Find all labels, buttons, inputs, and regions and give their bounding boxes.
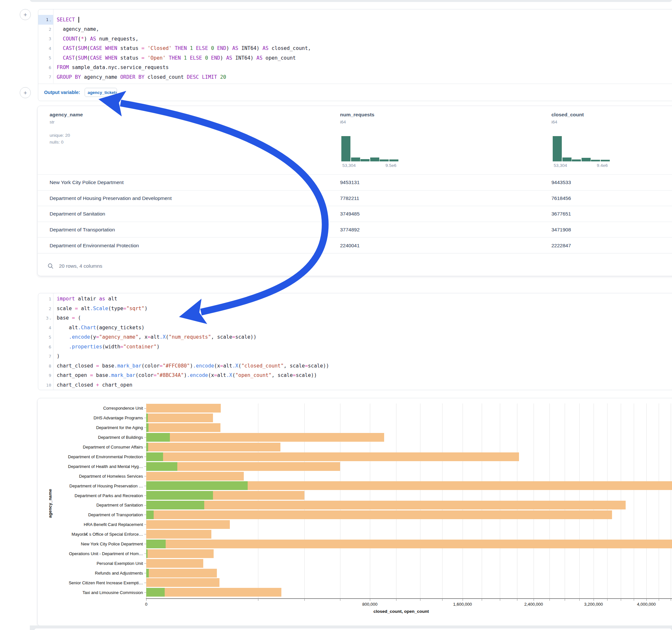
y-axis-label: Department for the Aging xyxy=(38,423,143,433)
code-line[interactable]: 7GROUP BY agency_name ORDER BY closed_co… xyxy=(38,72,672,82)
histogram-bar xyxy=(341,136,351,162)
add-block-button-top[interactable]: + xyxy=(20,9,31,20)
output-variable-pill[interactable]: agency_tickets xyxy=(85,88,117,97)
code-line[interactable]: 1import altair as alt xyxy=(38,294,672,304)
add-block-button-below-sql[interactable]: + xyxy=(20,87,31,98)
x-axis-minor-tick xyxy=(442,599,442,601)
y-axis-label: HRA Benefit Card Replacement xyxy=(38,520,143,530)
histogram-bar xyxy=(380,160,389,162)
search-icon[interactable] xyxy=(47,263,54,269)
table-row[interactable]: New York City Police Department945313194… xyxy=(38,174,672,191)
code-line[interactable]: 9chart_open = base.mark_bar(color="#8BC3… xyxy=(38,371,672,381)
table-row[interactable]: Department of Sanitation37494853677651 xyxy=(38,206,672,222)
code-line-text: .encode(y="agency_name", x=alt.X("num_re… xyxy=(53,333,257,342)
sql-cell[interactable]: 1⌄SELECT 2 agency_name,3 COUNT(*) AS num… xyxy=(38,9,672,101)
y-axis-label: Department of Homeless Services xyxy=(38,471,143,481)
code-line[interactable]: 5 .encode(y="agency_name", x=alt.X("num_… xyxy=(38,333,672,342)
line-number: 5 xyxy=(38,333,53,342)
code-line-text: CAST(SUM(CASE WHEN status = 'Closed' THE… xyxy=(53,45,311,51)
code-line[interactable]: 6FROM sample_data.nyc.service_requests xyxy=(38,63,672,73)
y-axis-label: Department of Transportation xyxy=(38,510,143,520)
chart-card: Correspondence UnitDHS Advantage Program… xyxy=(37,398,672,626)
code-line[interactable]: 4 CAST(SUM(CASE WHEN status = 'Closed' T… xyxy=(38,44,672,53)
sql-code-editor[interactable]: 1⌄SELECT 2 agency_name,3 COUNT(*) AS num… xyxy=(38,9,672,82)
histogram-bar xyxy=(572,160,581,162)
table-row[interactable]: Department of Transportation377489234719… xyxy=(38,222,672,238)
table-footer: 20 rows, 4 columns xyxy=(47,260,102,272)
x-axis-minor-tick xyxy=(646,599,647,601)
code-line[interactable]: 3⌄base = ( xyxy=(38,313,672,323)
x-axis-minor-tick xyxy=(420,599,421,601)
table-row[interactable]: Department of Housing Preservation and D… xyxy=(38,190,672,207)
chart-bar-open xyxy=(146,462,177,471)
code-line[interactable]: 2scale = alt.Scale(type="sqrt") xyxy=(38,304,672,314)
column-histogram[interactable] xyxy=(553,136,610,162)
gutter-separator xyxy=(53,9,53,83)
y-axis-tick xyxy=(144,505,146,506)
column-histogram[interactable] xyxy=(341,136,399,162)
code-line-text: import altair as alt xyxy=(53,294,117,304)
line-number: 1 xyxy=(38,294,53,304)
line-number: 4 xyxy=(38,323,53,333)
previous-cell-edge xyxy=(30,0,672,2)
y-axis-label: Department of Housing Preservation … xyxy=(38,481,143,491)
chart-bar-closed xyxy=(146,578,219,587)
chart-bar-open xyxy=(146,413,148,422)
x-axis-minor-tick xyxy=(565,599,565,601)
chart-bar-open xyxy=(146,443,148,452)
x-axis-tick-label: 1,600,000 xyxy=(453,602,472,607)
x-axis-minor-tick xyxy=(607,599,607,601)
fold-caret-icon[interactable]: ⌄ xyxy=(50,314,51,323)
x-axis-minor-tick xyxy=(370,599,370,601)
chart-gridline xyxy=(646,404,647,598)
x-axis-tick-label: 0 xyxy=(145,602,147,607)
x-axis-minor-tick xyxy=(304,599,305,601)
code-line[interactable]: 5 CAST(SUM(CASE WHEN status = 'Open' THE… xyxy=(38,53,672,63)
table-row[interactable]: Department of Environmental Protection22… xyxy=(38,237,672,253)
code-line[interactable]: 1⌄SELECT xyxy=(38,15,672,25)
x-axis-minor-tick xyxy=(340,599,340,601)
code-line[interactable]: 10chart_closed + chart_open xyxy=(38,381,672,390)
y-axis-label: Department of Sanitation xyxy=(38,500,143,510)
y-axis-label: Senior Citizen Rent Increase Exempti… xyxy=(38,578,143,587)
x-axis-minor-tick xyxy=(671,599,671,601)
code-line-text: scale = alt.Scale(type="sqrt") xyxy=(53,304,147,313)
code-line[interactable]: 6 .properties(width="container") xyxy=(38,342,672,352)
chart-bar-closed xyxy=(146,472,244,481)
x-axis-minor-tick xyxy=(594,599,594,601)
y-axis-tick xyxy=(144,418,146,418)
histogram-bar xyxy=(389,160,399,162)
column-header-closed_count[interactable]: closed_count xyxy=(551,112,584,118)
x-axis-minor-tick xyxy=(462,599,463,601)
code-line[interactable]: 3 COUNT(*) AS num_requests, xyxy=(38,34,672,44)
python-code-editor[interactable]: 1import altair as alt2scale = alt.Scale(… xyxy=(38,293,672,390)
line-number: 10 xyxy=(38,381,53,390)
x-axis-minor-tick xyxy=(500,599,500,601)
table-bottom-border xyxy=(38,253,672,253)
line-number: 9 xyxy=(38,371,53,381)
y-axis-label: Taxi and Limousine Commission xyxy=(38,587,143,597)
code-line[interactable]: 2 agency_name, xyxy=(38,25,672,34)
x-axis-minor-tick xyxy=(396,599,397,601)
chart-bar-open xyxy=(146,588,165,597)
code-line[interactable]: 7) xyxy=(38,352,672,361)
histogram-bar xyxy=(601,160,610,162)
chart-bar-closed xyxy=(146,588,281,597)
x-axis-tick-label: 2,400,000 xyxy=(524,602,543,607)
chart-gridline xyxy=(671,404,671,598)
python-cell[interactable]: 1import altair as alt2scale = alt.Scale(… xyxy=(38,293,672,390)
cell-closed_count: 7618456 xyxy=(551,195,571,201)
y-axis-tick xyxy=(144,573,146,573)
column-header-agency_name[interactable]: agency_name xyxy=(50,112,83,118)
fold-caret-icon[interactable]: ⌄ xyxy=(50,19,51,22)
histogram-bar xyxy=(581,158,591,162)
y-axis-label: Department of Health and Mental Hyg… xyxy=(38,461,143,471)
code-line[interactable]: 8chart_closed = base.mark_bar(color="#FF… xyxy=(38,361,672,371)
code-line[interactable]: 4 alt.Chart(agency_tickets) xyxy=(38,323,672,333)
histogram-bar xyxy=(562,158,572,162)
y-axis-tick xyxy=(144,554,146,554)
chart-bar-open xyxy=(146,423,148,432)
cell-closed_count: 3471908 xyxy=(551,227,571,233)
column-header-num_requests[interactable]: num_requests xyxy=(340,112,375,118)
column-type: i64 xyxy=(340,120,346,124)
